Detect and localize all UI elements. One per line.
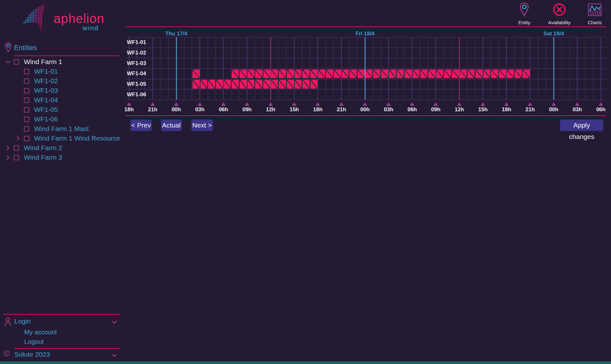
availability-bar-segment[interactable] — [405, 69, 412, 78]
tree-item-label[interactable]: Wind Farm 1 Mast — [34, 125, 89, 133]
checkbox[interactable] — [24, 117, 29, 122]
availability-bar-segment[interactable] — [326, 69, 333, 78]
availability-bar-segment[interactable] — [420, 69, 427, 78]
availability-bar-segment[interactable] — [232, 80, 239, 89]
user-icon — [4, 317, 12, 327]
availability-bar-segment[interactable] — [366, 69, 373, 78]
availability-bar-segment[interactable] — [224, 80, 231, 89]
availability-bar-segment[interactable] — [240, 69, 247, 78]
availability-bar-segment[interactable] — [350, 69, 357, 78]
tree-item-label[interactable]: Wind Farm 3 — [24, 154, 62, 161]
availability-bar-segment[interactable] — [491, 69, 498, 78]
availability-bar-segment[interactable] — [460, 69, 467, 78]
tree-item-label[interactable]: WF1-03 — [34, 87, 58, 94]
checkbox[interactable] — [24, 126, 29, 132]
availability-bar-segment[interactable] — [255, 80, 262, 89]
availability-bar-segment[interactable] — [302, 80, 309, 89]
availability-bar-segment[interactable] — [452, 69, 459, 78]
availability-bar-segment[interactable] — [302, 69, 309, 78]
availability-bar-segment[interactable] — [389, 69, 396, 78]
availability-bar-segment[interactable] — [295, 69, 302, 78]
chevron-right-icon[interactable] — [5, 154, 11, 161]
availability-bar-segment[interactable] — [193, 69, 200, 78]
availability-bar-segment[interactable] — [468, 69, 475, 78]
prev-button[interactable]: < Prev — [130, 120, 152, 131]
checkbox[interactable] — [14, 155, 19, 160]
availability-bar-segment[interactable] — [499, 69, 506, 78]
my-account-link[interactable]: My account — [24, 329, 57, 336]
apply-changes-button[interactable]: Apply changes — [560, 120, 603, 131]
availability-bar-segment[interactable] — [373, 69, 380, 78]
availability-bar-segment[interactable] — [397, 69, 404, 78]
availability-bar-segment[interactable] — [240, 80, 247, 89]
availability-bar-segment[interactable] — [310, 69, 317, 78]
logout-link[interactable]: Logout — [24, 338, 44, 346]
availability-bar-segment[interactable] — [318, 69, 325, 78]
checkbox[interactable] — [14, 59, 19, 65]
availability-bar-segment[interactable] — [310, 80, 317, 89]
availability-bar-segment[interactable] — [248, 69, 255, 78]
availability-bar-segment[interactable] — [263, 80, 270, 89]
nav-charts[interactable]: Charts — [579, 3, 611, 25]
availability-bar-segment[interactable] — [279, 80, 286, 89]
availability-bar-segment[interactable] — [381, 69, 388, 78]
availability-bar-segment[interactable] — [507, 69, 514, 78]
availability-bar-segment[interactable] — [342, 69, 349, 78]
checkbox[interactable] — [24, 78, 29, 84]
availability-bar-segment[interactable] — [523, 69, 530, 78]
availability-bar-segment[interactable] — [193, 80, 200, 89]
chevron-down-icon[interactable] — [111, 319, 118, 327]
checkbox[interactable] — [24, 107, 29, 113]
availability-bar-segment[interactable] — [444, 69, 451, 78]
checkbox[interactable] — [14, 145, 19, 151]
availability-bar-segment[interactable] — [476, 69, 483, 78]
availability-bar-segment[interactable] — [248, 80, 255, 89]
availability-bar-segment[interactable] — [255, 69, 262, 78]
chevron-down-icon[interactable] — [5, 59, 11, 65]
next-button[interactable]: Next > — [191, 120, 213, 131]
tree-item-label[interactable]: Wind Farm 2 — [24, 144, 62, 152]
tree-item-label[interactable]: WF1-01 — [34, 68, 58, 75]
availability-bar-segment[interactable] — [436, 69, 443, 78]
availability-bar-segment[interactable] — [208, 80, 215, 89]
bottom-scrollbar[interactable] — [0, 361, 611, 364]
availability-bar-segment[interactable] — [358, 69, 365, 78]
tree-item-label[interactable]: WF1-06 — [34, 115, 58, 123]
grid-line-v — [357, 37, 357, 100]
availability-bar-segment[interactable] — [428, 69, 435, 78]
tree-item-label[interactable]: WF1-02 — [34, 77, 58, 85]
tree-item-label[interactable]: WF1-04 — [34, 96, 58, 104]
axis-tick-label: 09h — [242, 106, 251, 113]
availability-bar-segment[interactable] — [271, 69, 278, 78]
availability-bar-segment[interactable] — [334, 69, 341, 78]
footer-owner[interactable]: Solute 2023 — [14, 351, 50, 358]
checkbox[interactable] — [24, 69, 29, 74]
checkbox[interactable] — [24, 98, 29, 103]
chevron-right-icon[interactable] — [5, 145, 11, 151]
availability-bar-segment[interactable] — [263, 69, 270, 78]
tree-item-label[interactable]: Wind Farm 1 Wind Resource — [34, 135, 120, 142]
availability-bar-segment[interactable] — [200, 80, 207, 89]
actual-button[interactable]: Actual — [161, 120, 182, 131]
availability-bar-segment[interactable] — [279, 69, 286, 78]
chevron-down-icon[interactable] — [111, 352, 118, 360]
availability-bar-segment[interactable] — [216, 80, 223, 89]
checkbox[interactable] — [24, 88, 29, 93]
checkbox[interactable] — [24, 136, 29, 141]
availability-bar-segment[interactable] — [413, 69, 420, 78]
availability-bar-segment[interactable] — [287, 69, 294, 78]
availability-bar-segment[interactable] — [287, 80, 294, 89]
nav-availability[interactable]: Availability — [543, 3, 575, 25]
day-marker-line — [176, 37, 177, 100]
availability-bar-segment[interactable] — [295, 80, 302, 89]
axis-tick-triangle — [292, 102, 296, 106]
availability-bar-segment[interactable] — [484, 69, 491, 78]
availability-bar-segment[interactable] — [232, 69, 239, 78]
login-menu[interactable]: Login — [14, 317, 31, 325]
tree-item-label[interactable]: WF1-05 — [34, 106, 58, 113]
availability-bar-segment[interactable] — [515, 69, 522, 78]
nav-entity[interactable]: Entity — [508, 3, 540, 25]
availability-bar-segment[interactable] — [271, 80, 278, 89]
tree-item-label[interactable]: Wind Farm 1 — [24, 58, 62, 66]
chevron-right-icon[interactable] — [15, 135, 21, 142]
